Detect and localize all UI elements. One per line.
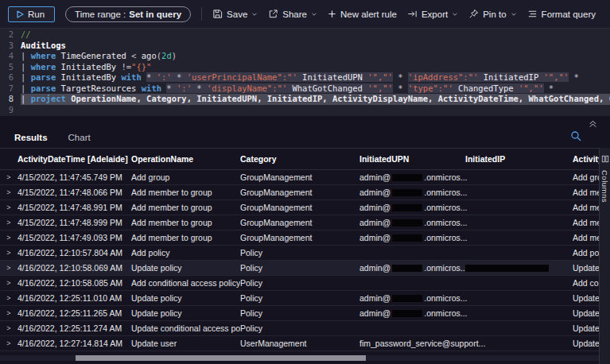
table-row[interactable]: >4/16/2022, 12:25:11.010 AMUpdate policy… [0, 291, 599, 306]
row-expand-chevron-icon[interactable]: > [0, 264, 17, 272]
tab-results[interactable]: Results [14, 133, 48, 142]
column-header-operationname[interactable]: OperationName [131, 154, 240, 164]
row-expand-chevron-icon[interactable]: > [0, 339, 17, 347]
column-header-initiatedip[interactable]: InitiatedIP [465, 154, 573, 164]
upn-prefix: admin@ [359, 308, 390, 318]
table-row[interactable]: >4/15/2022, 11:47:45.749 PMAdd groupGrou… [0, 170, 599, 185]
column-header-initiatedupn[interactable]: InitiatedUPN [359, 154, 465, 164]
table-row[interactable]: >4/15/2022, 11:47:48.066 PMAdd member to… [0, 185, 599, 200]
code-text: | where InitiatedBy !="{}" [21, 62, 151, 73]
code-text: | project OperationName, Category, Initi… [21, 94, 610, 105]
row-expand-chevron-icon[interactable]: > [0, 294, 17, 302]
query-editor[interactable]: 2//3AuditLogs4| where TimeGenerated < ag… [0, 29, 610, 116]
line-number: 3 [0, 41, 21, 52]
cell-category: GroupManagement [240, 172, 359, 182]
row-expand-chevron-icon[interactable]: > [0, 309, 17, 317]
cell-activitydatetime: 4/15/2022, 11:47:48.066 PM [17, 188, 131, 197]
play-icon [16, 10, 24, 18]
cell-initiatedupn: fim_password_service@support... [359, 339, 465, 348]
table-row[interactable]: >4/16/2022, 12:10:58.069 AMUpdate policy… [0, 261, 599, 276]
cell-operationname: Add conditional access policy [131, 278, 240, 288]
cell-category: UserManagement [240, 339, 359, 348]
cell-category: Policy [240, 323, 359, 333]
query-toolbar: Run Time range : Set in query Save Share [0, 0, 610, 29]
cell-category: Policy [240, 248, 359, 258]
export-button[interactable]: Export [407, 9, 458, 19]
cell-activitydisplayname: Add policy [573, 248, 599, 258]
new-alert-rule-button[interactable]: New alert rule [328, 10, 397, 19]
chevron-down-icon [251, 11, 258, 17]
horizontal-scrollbar[interactable] [0, 355, 599, 361]
row-expand-chevron-icon[interactable]: > [0, 249, 17, 257]
code-line[interactable]: 8| project OperationName, Category, Init… [0, 94, 610, 105]
save-button[interactable]: Save [212, 9, 258, 19]
table-row[interactable]: >4/16/2022, 12:25:11.274 AMUpdate condit… [0, 321, 599, 336]
code-line[interactable]: 7| parse TargetResources with * ':' * 'd… [0, 83, 610, 95]
code-line[interactable]: 4| where TimeGenerated < ago(2d) [0, 51, 610, 62]
pin-to-label: Pin to [483, 10, 506, 19]
table-row[interactable]: >4/15/2022, 11:47:49.093 PMAdd member to… [0, 230, 599, 246]
table-row[interactable]: >4/16/2022, 12:10:58.085 AMAdd condition… [0, 276, 599, 291]
row-expand-chevron-icon[interactable]: > [0, 279, 17, 287]
row-expand-chevron-icon[interactable]: > [0, 173, 17, 181]
time-range-button[interactable]: Time range : Set in query [65, 6, 191, 22]
line-number: 7 [0, 83, 21, 95]
export-icon [407, 9, 418, 19]
row-expand-chevron-icon[interactable]: > [0, 188, 17, 196]
cell-activitydisplayname: Update [573, 293, 599, 303]
redaction-box [392, 310, 422, 317]
cell-initiatedupn: admin@.onmicros... [359, 188, 465, 197]
column-header-activitydatetime[interactable]: ActivityDateTime [Adelaide] [17, 154, 131, 164]
table-row[interactable]: >4/16/2022, 12:10:57.804 AMAdd policyPol… [0, 246, 599, 261]
upn-suffix: .onmicros... [424, 188, 467, 197]
row-expand-chevron-icon[interactable]: > [0, 219, 17, 227]
pin-to-button[interactable]: Pin to [468, 9, 516, 19]
pin-icon [468, 9, 479, 19]
table-row[interactable]: >4/16/2022, 12:25:11.265 AMUpdate policy… [0, 306, 599, 321]
format-query-button[interactable]: Format query [527, 9, 596, 19]
cell-activitydatetime: 4/15/2022, 11:47:48.991 PM [17, 203, 131, 212]
row-expand-chevron-icon[interactable]: > [0, 324, 17, 332]
table-row[interactable]: >4/15/2022, 11:47:48.999 PMAdd member to… [0, 215, 599, 230]
cell-activitydisplayname: Add member [573, 203, 599, 212]
cell-initiatedupn: admin@.onmicros... [359, 263, 465, 273]
cell-category: Policy [240, 308, 359, 318]
code-line[interactable]: 9 [0, 105, 610, 116]
column-header-activitydisplayname[interactable]: ActivityDisplayName [573, 154, 599, 164]
horizontal-scrollbar-thumb[interactable] [76, 355, 366, 361]
columns-panel-tab[interactable]: Columns [599, 148, 610, 364]
redaction-box [465, 265, 549, 272]
cell-activitydisplayname: Update [573, 263, 599, 273]
code-text: | parse InitiatedBy with * ':' * 'userPr… [21, 72, 579, 83]
search-icon[interactable] [570, 130, 581, 145]
format-lines-icon [527, 9, 538, 19]
table-row[interactable]: >4/16/2022, 12:27:14.814 AMUpdate userUs… [0, 336, 599, 351]
upn-suffix: .onmicros... [424, 172, 467, 182]
toolbar-divider [201, 7, 202, 21]
code-line[interactable]: 2// [0, 29, 610, 41]
results-tabs: Results Chart [0, 127, 610, 148]
cell-category: GroupManagement [240, 218, 359, 227]
cell-category: Policy [240, 263, 359, 273]
time-range-value: Set in query [129, 10, 181, 19]
column-header-category[interactable]: Category [240, 154, 359, 164]
row-expand-chevron-icon[interactable]: > [0, 234, 17, 242]
share-button[interactable]: Share [268, 9, 317, 19]
code-line[interactable]: 6| parse InitiatedBy with * ':' * 'userP… [0, 72, 610, 83]
chevron-down-icon [511, 11, 517, 17]
cell-activitydatetime: 4/16/2022, 12:10:57.804 AM [17, 248, 131, 258]
code-line[interactable]: 5| where InitiatedBy !="{}" [0, 62, 610, 73]
collapse-editor-chevron-icon[interactable] [589, 117, 597, 131]
share-icon [268, 9, 278, 19]
code-line[interactable]: 3AuditLogs [0, 41, 610, 52]
results-grid-header: ActivityDateTime [Adelaide] OperationNam… [0, 148, 610, 170]
redaction-box [392, 219, 422, 227]
run-button[interactable]: Run [8, 6, 55, 22]
table-row[interactable]: >4/15/2022, 11:47:48.991 PMAdd member to… [0, 200, 599, 215]
cell-activitydisplayname: Add group [573, 172, 599, 182]
cell-initiatedip [465, 263, 573, 273]
row-expand-chevron-icon[interactable]: > [0, 203, 17, 211]
cell-operationname: Add member to group [131, 233, 240, 242]
cell-activitydisplayname: Update [573, 339, 599, 348]
tab-chart[interactable]: Chart [68, 133, 91, 142]
